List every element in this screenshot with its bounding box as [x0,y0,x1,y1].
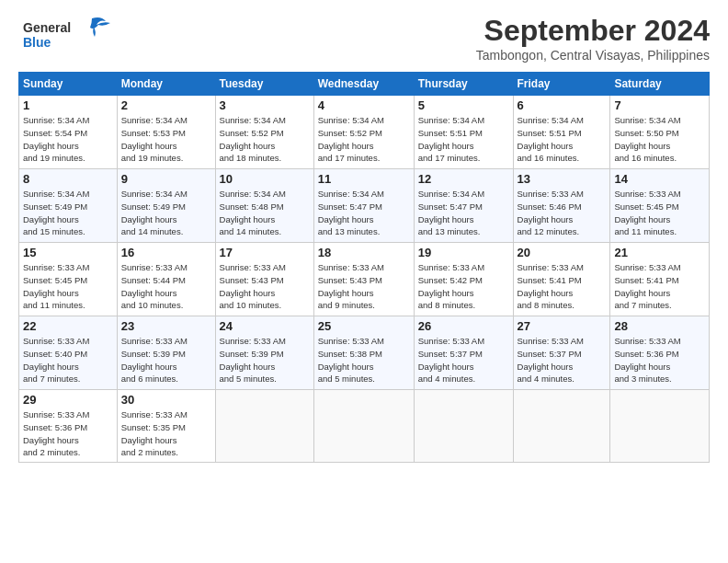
day-number: 21 [614,246,705,259]
day-number: 24 [220,319,310,333]
day-info: Sunrise: 5:33 AMSunset: 5:43 PMDaylight … [220,261,310,312]
day-number: 26 [418,319,509,333]
table-row: 29Sunrise: 5:33 AMSunset: 5:36 PMDayligh… [19,390,118,463]
col-friday: Friday [513,73,610,96]
col-tuesday: Tuesday [215,73,313,96]
svg-text:Blue: Blue [23,35,51,50]
day-number: 1 [23,98,113,112]
table-row: 24Sunrise: 5:33 AMSunset: 5:39 PMDayligh… [215,316,313,390]
col-thursday: Thursday [414,73,513,96]
day-number: 3 [220,98,310,112]
table-row: 22Sunrise: 5:33 AMSunset: 5:40 PMDayligh… [19,316,118,390]
header: General Blue September 2024 Tambongon, C… [18,14,710,63]
table-row: 11Sunrise: 5:34 AMSunset: 5:47 PMDayligh… [313,169,414,243]
logo: General Blue [18,14,119,59]
col-wednesday: Wednesday [313,73,414,96]
table-row [313,390,414,463]
day-info: Sunrise: 5:34 AMSunset: 5:47 PMDaylight … [318,188,410,238]
day-number: 27 [518,319,607,333]
table-row: 9Sunrise: 5:34 AMSunset: 5:49 PMDaylight… [117,169,215,243]
table-row: 27Sunrise: 5:33 AMSunset: 5:37 PMDayligh… [513,316,610,390]
table-row: 2Sunrise: 5:34 AMSunset: 5:53 PMDaylight… [117,96,215,169]
table-row: 16Sunrise: 5:33 AMSunset: 5:44 PMDayligh… [117,243,215,316]
day-number: 23 [121,319,211,333]
table-row: 4Sunrise: 5:34 AMSunset: 5:52 PMDaylight… [313,96,414,169]
day-number: 13 [518,172,607,186]
day-number: 11 [318,172,410,186]
day-number: 2 [121,98,211,112]
col-sunday: Sunday [19,73,118,96]
day-number: 4 [318,98,410,112]
day-number: 19 [418,246,509,259]
calendar-week-row: 22Sunrise: 5:33 AMSunset: 5:40 PMDayligh… [19,316,710,390]
title-block: September 2024 Tambongon, Central Visaya… [476,14,710,63]
calendar-week-row: 1Sunrise: 5:34 AMSunset: 5:54 PMDaylight… [19,96,710,169]
table-row: 1Sunrise: 5:34 AMSunset: 5:54 PMDaylight… [19,96,118,169]
table-row: 19Sunrise: 5:33 AMSunset: 5:42 PMDayligh… [414,243,513,316]
day-number: 10 [220,172,310,186]
calendar-week-row: 8Sunrise: 5:34 AMSunset: 5:49 PMDaylight… [19,169,710,243]
table-row: 7Sunrise: 5:34 AMSunset: 5:50 PMDaylight… [610,96,710,169]
table-row: 21Sunrise: 5:33 AMSunset: 5:41 PMDayligh… [610,243,710,316]
col-monday: Monday [117,73,215,96]
day-info: Sunrise: 5:33 AMSunset: 5:38 PMDaylight … [318,335,410,385]
day-info: Sunrise: 5:33 AMSunset: 5:37 PMDaylight … [418,335,509,385]
table-row: 23Sunrise: 5:33 AMSunset: 5:39 PMDayligh… [117,316,215,390]
day-info: Sunrise: 5:33 AMSunset: 5:36 PMDaylight … [614,335,705,385]
table-row: 6Sunrise: 5:34 AMSunset: 5:51 PMDaylight… [513,96,610,169]
svg-text:General: General [23,20,71,35]
col-saturday: Saturday [610,73,710,96]
table-row: 10Sunrise: 5:34 AMSunset: 5:48 PMDayligh… [215,169,313,243]
day-info: Sunrise: 5:33 AMSunset: 5:43 PMDaylight … [318,261,410,312]
table-row: 13Sunrise: 5:33 AMSunset: 5:46 PMDayligh… [513,169,610,243]
day-number: 15 [23,246,113,259]
day-info: Sunrise: 5:34 AMSunset: 5:51 PMDaylight … [518,114,607,165]
table-row: 15Sunrise: 5:33 AMSunset: 5:45 PMDayligh… [19,243,118,316]
day-number: 18 [318,246,410,259]
table-row: 5Sunrise: 5:34 AMSunset: 5:51 PMDaylight… [414,96,513,169]
table-row: 8Sunrise: 5:34 AMSunset: 5:49 PMDaylight… [19,169,118,243]
day-number: 6 [518,98,607,112]
day-number: 20 [518,246,607,259]
table-row [610,390,710,463]
day-info: Sunrise: 5:33 AMSunset: 5:41 PMDaylight … [614,261,705,312]
day-info: Sunrise: 5:33 AMSunset: 5:37 PMDaylight … [518,335,607,385]
day-info: Sunrise: 5:33 AMSunset: 5:39 PMDaylight … [220,335,310,385]
table-row [414,390,513,463]
day-info: Sunrise: 5:34 AMSunset: 5:50 PMDaylight … [614,114,705,165]
day-number: 7 [614,98,705,112]
table-row: 12Sunrise: 5:34 AMSunset: 5:47 PMDayligh… [414,169,513,243]
day-number: 8 [23,172,113,186]
day-number: 28 [614,319,705,333]
day-info: Sunrise: 5:33 AMSunset: 5:39 PMDaylight … [121,335,211,385]
table-row: 30Sunrise: 5:33 AMSunset: 5:35 PMDayligh… [117,390,215,463]
day-info: Sunrise: 5:34 AMSunset: 5:52 PMDaylight … [318,114,410,165]
day-info: Sunrise: 5:34 AMSunset: 5:51 PMDaylight … [418,114,509,165]
month-title: September 2024 [476,14,710,48]
table-row [513,390,610,463]
day-info: Sunrise: 5:34 AMSunset: 5:49 PMDaylight … [121,188,211,238]
day-number: 14 [614,172,705,186]
table-row: 18Sunrise: 5:33 AMSunset: 5:43 PMDayligh… [313,243,414,316]
day-info: Sunrise: 5:33 AMSunset: 5:35 PMDaylight … [121,408,211,459]
table-row: 20Sunrise: 5:33 AMSunset: 5:41 PMDayligh… [513,243,610,316]
day-info: Sunrise: 5:33 AMSunset: 5:44 PMDaylight … [121,261,211,312]
table-row: 28Sunrise: 5:33 AMSunset: 5:36 PMDayligh… [610,316,710,390]
day-info: Sunrise: 5:34 AMSunset: 5:48 PMDaylight … [220,188,310,238]
day-info: Sunrise: 5:33 AMSunset: 5:42 PMDaylight … [418,261,509,312]
page: General Blue September 2024 Tambongon, C… [0,0,728,563]
calendar-week-row: 15Sunrise: 5:33 AMSunset: 5:45 PMDayligh… [19,243,710,316]
day-number: 16 [121,246,211,259]
day-info: Sunrise: 5:33 AMSunset: 5:36 PMDaylight … [23,408,113,459]
logo-svg: General Blue [18,14,119,55]
day-number: 5 [418,98,509,112]
table-row: 26Sunrise: 5:33 AMSunset: 5:37 PMDayligh… [414,316,513,390]
day-info: Sunrise: 5:34 AMSunset: 5:49 PMDaylight … [23,188,113,238]
day-number: 12 [418,172,509,186]
calendar-week-row: 29Sunrise: 5:33 AMSunset: 5:36 PMDayligh… [19,390,710,463]
table-row: 17Sunrise: 5:33 AMSunset: 5:43 PMDayligh… [215,243,313,316]
day-number: 30 [121,393,211,407]
table-row [215,390,313,463]
table-row: 25Sunrise: 5:33 AMSunset: 5:38 PMDayligh… [313,316,414,390]
day-info: Sunrise: 5:33 AMSunset: 5:46 PMDaylight … [518,188,607,238]
